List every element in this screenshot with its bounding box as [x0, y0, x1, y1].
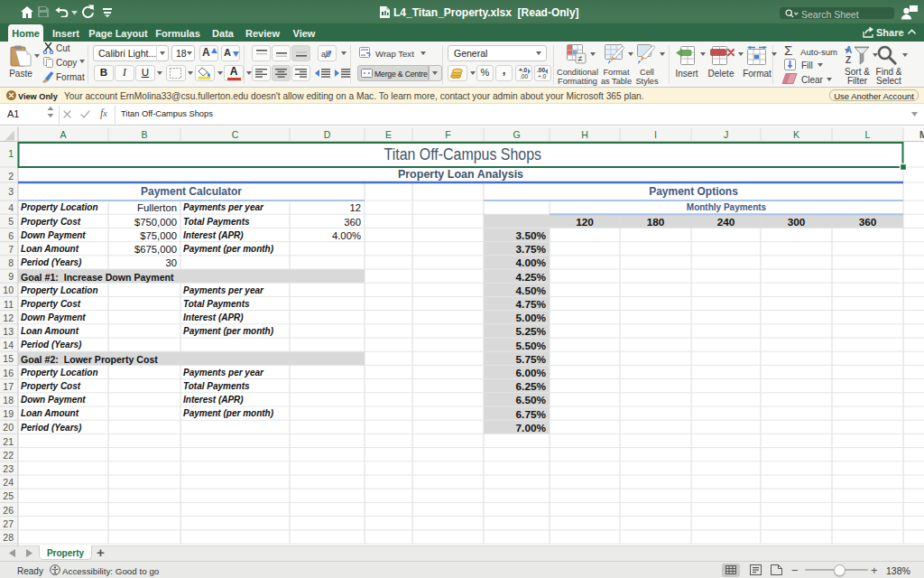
svg-text:+.0: +.0: [538, 73, 547, 79]
svg-text:≠: ≠: [578, 54, 583, 63]
svg-text:A: A: [845, 45, 852, 55]
svg-text:Σ: Σ: [784, 43, 792, 57]
svg-text:.00: .00: [520, 73, 528, 79]
svg-text:Z: Z: [845, 55, 851, 65]
